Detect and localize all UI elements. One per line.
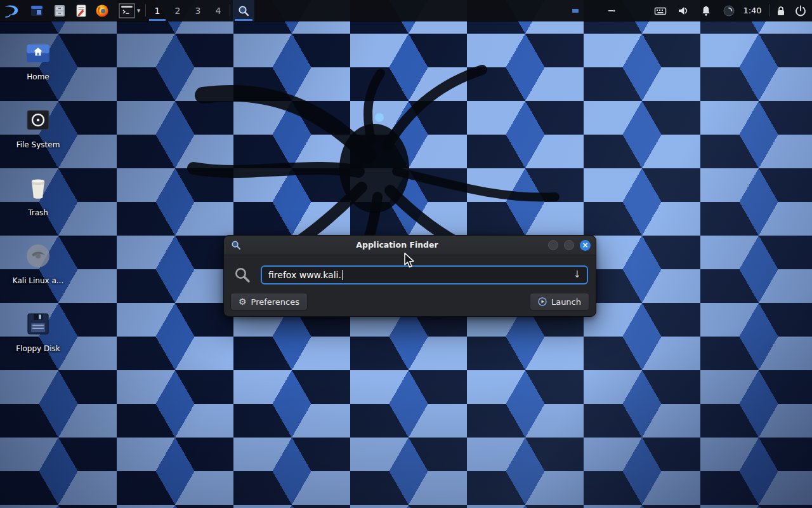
launcher-terminal[interactable]: ▾ (114, 0, 145, 21)
kali-logo-icon (3, 3, 20, 19)
tray-indicator-2[interactable] (606, 0, 617, 21)
terminal-icon (119, 3, 135, 18)
search-icon (233, 266, 252, 284)
minimize-button[interactable] (548, 240, 558, 250)
file-manager-icon (30, 4, 44, 18)
status-tray-indicator[interactable] (721, 0, 737, 21)
preferences-label: Preferences (251, 297, 299, 307)
workspace-4-button[interactable]: 4 (208, 0, 228, 21)
workspace-3-button[interactable]: 3 (188, 0, 208, 21)
applications-menu-button[interactable] (1, 0, 22, 21)
panel-separator (145, 4, 146, 17)
firefox-icon (95, 4, 109, 18)
gear-icon: ⚙ (239, 297, 247, 306)
application-finder-window-icon (231, 240, 241, 253)
screen-lock-button[interactable] (773, 0, 789, 21)
floppy-disk-icon (3, 310, 73, 338)
notifications-indicator[interactable] (698, 0, 714, 21)
kali-cd-icon (3, 242, 73, 270)
launcher-file-cabinet[interactable] (51, 0, 69, 21)
launch-button[interactable]: Launch (530, 293, 589, 311)
preferences-button[interactable]: ⚙ Preferences (230, 293, 308, 311)
launch-icon (538, 297, 547, 306)
launcher-text-editor[interactable] (72, 0, 90, 21)
desktop-icon-label: Kali Linux a... (3, 276, 73, 285)
file-system-drive-icon (3, 106, 73, 134)
clock-time: 1:40 (743, 6, 761, 15)
action-row: ⚙ Preferences Launch (230, 293, 589, 311)
lock-icon (775, 4, 787, 17)
desktop-icon-file-system[interactable]: File System (3, 106, 73, 149)
clock[interactable]: 1:40 (737, 0, 768, 21)
panel-separator (230, 4, 230, 17)
window-controls: × (548, 236, 591, 255)
status-circle-icon (723, 4, 735, 17)
workspace-label: 1 (155, 6, 160, 16)
application-finder-window: Application Finder × firefox www.kali. ↓ (223, 235, 596, 317)
text-editor-icon (74, 4, 88, 18)
window-title: Application Finder (262, 236, 532, 255)
workspace-label: 2 (175, 6, 181, 16)
keyboard-indicator[interactable] (652, 0, 669, 21)
desktop-screen: ▾ 1 2 3 4 (0, 0, 812, 508)
power-icon (794, 4, 807, 17)
volume-icon (677, 4, 690, 17)
launch-label: Launch (551, 297, 581, 307)
desktop-icon-floppy-disk[interactable]: Floppy Disk (3, 310, 73, 353)
application-finder-task-icon (237, 4, 250, 17)
home-folder-icon (3, 38, 73, 66)
workspace-label: 3 (195, 6, 201, 16)
titlebar[interactable]: Application Finder × (224, 236, 596, 255)
close-button[interactable]: × (580, 240, 591, 251)
search-input[interactable]: firefox www.kali. ↓ (261, 265, 588, 284)
desktop-icon-label: Floppy Disk (3, 344, 73, 353)
search-query-text: firefox www.kali. (268, 270, 341, 280)
workspace-label: 4 (216, 6, 221, 16)
bell-icon (700, 4, 712, 17)
panel-separator (769, 4, 769, 17)
tray-indicator-icon (572, 7, 579, 15)
maximize-button[interactable] (564, 240, 574, 250)
logout-button[interactable] (792, 0, 809, 21)
top-panel: ▾ 1 2 3 4 (0, 0, 812, 21)
desktop-icon-kali-linux[interactable]: Kali Linux a... (3, 242, 73, 285)
workspace-1-button[interactable]: 1 (147, 0, 167, 21)
desktop-icon-trash[interactable]: Trash (3, 174, 73, 217)
tray-indicator-1[interactable] (570, 0, 581, 21)
close-icon: × (582, 241, 588, 249)
desktop-icon-label: File System (3, 140, 73, 149)
volume-indicator[interactable] (675, 0, 691, 21)
keyboard-icon (654, 4, 667, 17)
dropdown-arrow-icon[interactable]: ↓ (573, 269, 581, 280)
search-row: firefox www.kali. ↓ (233, 264, 588, 286)
launcher-file-manager[interactable] (28, 0, 46, 21)
trash-icon (3, 174, 73, 202)
taskbar-application-finder-button[interactable] (233, 0, 254, 21)
workspace-2-button[interactable]: 2 (167, 0, 188, 21)
launcher-firefox[interactable] (94, 0, 110, 21)
file-cabinet-icon (53, 4, 67, 18)
tray-indicator-icon (608, 7, 615, 15)
desktop-icon-home[interactable]: Home (3, 38, 73, 81)
desktop-icon-label: Trash (3, 208, 73, 217)
chevron-down-icon: ▾ (137, 6, 141, 15)
desktop-icon-label: Home (3, 72, 73, 81)
text-caret (342, 270, 343, 280)
